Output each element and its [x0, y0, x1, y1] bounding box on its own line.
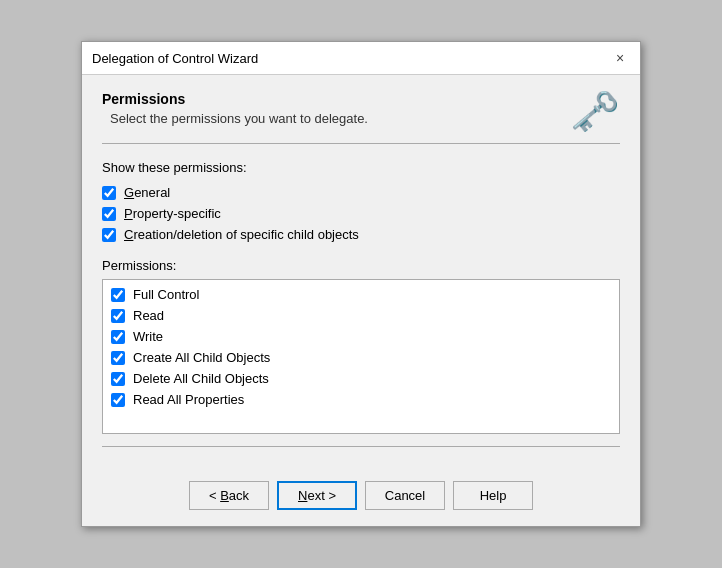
perm-full-control-label[interactable]: Full Control	[133, 287, 199, 302]
perm-full-control-checkbox[interactable]	[111, 288, 125, 302]
perm-create-child-checkbox[interactable]	[111, 351, 125, 365]
show-permissions-label: Show these permissions:	[102, 160, 620, 175]
close-button[interactable]: ×	[610, 48, 630, 68]
dialog-content: Permissions Select the permissions you w…	[82, 75, 640, 471]
checkbox-general-label[interactable]: General	[124, 185, 170, 200]
header-section: Permissions Select the permissions you w…	[102, 91, 620, 144]
back-button[interactable]: < Back	[189, 481, 269, 510]
perm-read-all: Read All Properties	[103, 389, 619, 410]
perm-full-control: Full Control	[103, 284, 619, 305]
perm-write: Write	[103, 326, 619, 347]
checkbox-property: Property-specific	[102, 206, 620, 221]
dialog-window: Delegation of Control Wizard × Permissio…	[81, 41, 641, 527]
page-title: Permissions	[102, 91, 368, 107]
permissions-label: Permissions:	[102, 258, 620, 273]
header-text: Permissions Select the permissions you w…	[102, 91, 368, 126]
perm-read-all-label[interactable]: Read All Properties	[133, 392, 244, 407]
next-button[interactable]: Next >	[277, 481, 357, 510]
divider	[102, 446, 620, 447]
perm-delete-child-label[interactable]: Delete All Child Objects	[133, 371, 269, 386]
page-subtitle: Select the permissions you want to deleg…	[110, 111, 368, 126]
dialog-footer: < Back Next > Cancel Help	[82, 471, 640, 526]
checkbox-creation-input[interactable]	[102, 228, 116, 242]
dialog-title: Delegation of Control Wizard	[92, 51, 258, 66]
perm-read-all-checkbox[interactable]	[111, 393, 125, 407]
perm-read-label[interactable]: Read	[133, 308, 164, 323]
checkbox-creation-label[interactable]: Creation/deletion of specific child obje…	[124, 227, 359, 242]
perm-delete-child: Delete All Child Objects	[103, 368, 619, 389]
filter-checkbox-group: General Property-specific Creation/delet…	[102, 185, 620, 242]
checkbox-property-label[interactable]: Property-specific	[124, 206, 221, 221]
title-bar: Delegation of Control Wizard ×	[82, 42, 640, 75]
perm-write-checkbox[interactable]	[111, 330, 125, 344]
cancel-button[interactable]: Cancel	[365, 481, 445, 510]
perm-delete-child-checkbox[interactable]	[111, 372, 125, 386]
permissions-list[interactable]: Full Control Read Write Create All Child…	[102, 279, 620, 434]
checkbox-creation: Creation/deletion of specific child obje…	[102, 227, 620, 242]
help-button[interactable]: Help	[453, 481, 533, 510]
perm-write-label[interactable]: Write	[133, 329, 163, 344]
perm-create-child-label[interactable]: Create All Child Objects	[133, 350, 270, 365]
perm-read: Read	[103, 305, 619, 326]
checkbox-general-input[interactable]	[102, 186, 116, 200]
perm-create-child: Create All Child Objects	[103, 347, 619, 368]
checkbox-general: General	[102, 185, 620, 200]
checkbox-property-input[interactable]	[102, 207, 116, 221]
perm-read-checkbox[interactable]	[111, 309, 125, 323]
keys-icon: 🗝️	[570, 91, 620, 131]
